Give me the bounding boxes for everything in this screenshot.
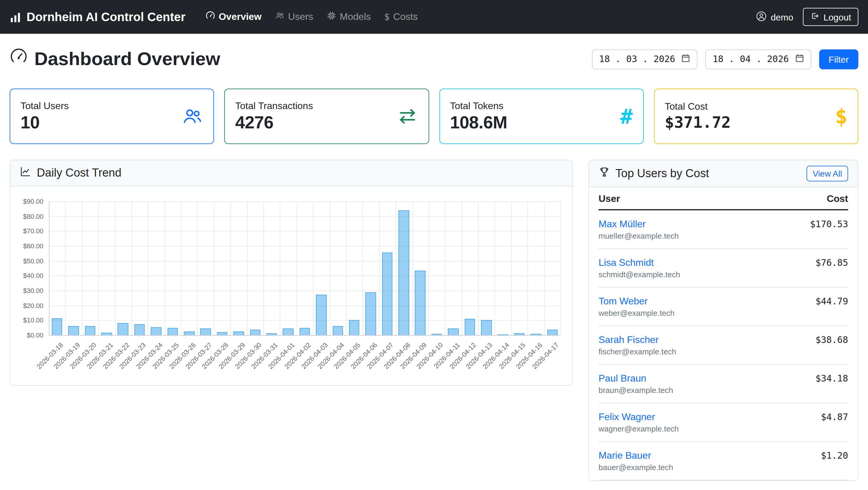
y-axis-label: $30.00 <box>10 286 43 295</box>
date-to-input[interactable]: 18 . 04 . 2026 <box>705 49 811 69</box>
gridline <box>247 201 247 335</box>
user-email: bauer@example.tech <box>598 462 673 472</box>
cost-bar <box>498 335 508 335</box>
gridline <box>214 201 215 335</box>
y-axis-label: $10.00 <box>10 316 43 325</box>
gridline <box>461 201 462 335</box>
gridline <box>544 201 545 335</box>
nav-item-overview[interactable]: Overview <box>198 6 268 28</box>
user-name-link[interactable]: Sarah Fischer <box>598 334 658 346</box>
cost-bar <box>448 329 458 335</box>
dollar-icon: $ <box>384 11 390 22</box>
gridline <box>363 201 363 335</box>
user-row: Lisa Schmidt schmidt@example.tech $76.85 <box>598 249 848 287</box>
cost-bar <box>52 318 62 335</box>
user-row: Paul Braun braun@example.tech $34.18 <box>598 365 848 403</box>
calendar-icon <box>795 53 804 65</box>
view-all-button[interactable]: View All <box>807 166 848 181</box>
page-title: Dashboard Overview <box>10 48 220 70</box>
cost-bar <box>68 326 79 335</box>
cost-bar <box>118 323 128 335</box>
user-name-link[interactable]: Marie Bauer <box>598 450 651 462</box>
y-axis-label: $70.00 <box>10 227 43 235</box>
filter-button[interactable]: Filter <box>819 49 858 69</box>
user-cost: $38.68 <box>815 334 848 346</box>
cost-bar <box>200 329 211 335</box>
table-header: User Cost <box>598 187 848 210</box>
gridline <box>49 276 561 276</box>
user-cost: $34.18 <box>815 372 848 385</box>
cost-bar <box>398 210 409 335</box>
user-name-link[interactable]: Paul Braun <box>598 372 646 385</box>
nav-item-models[interactable]: Models <box>320 6 377 28</box>
user-name-link[interactable]: Max Müller <box>598 218 646 230</box>
chart-card-title: Daily Cost Trend <box>20 166 121 180</box>
username-label: demo <box>771 12 793 22</box>
user-email: weber@example.tech <box>598 308 675 318</box>
cost-bar <box>366 292 376 335</box>
gridline <box>49 201 50 335</box>
gridline <box>379 201 379 335</box>
cost-bar <box>464 319 475 335</box>
user-row: Sarah Fischer fischer@example.tech $38.6… <box>598 326 848 365</box>
gridline <box>511 201 512 335</box>
gridline <box>49 231 561 232</box>
cost-bar <box>547 330 558 335</box>
gridline <box>264 201 264 335</box>
user-name-link[interactable]: Felix Wagner <box>598 411 655 423</box>
cost-bar <box>333 326 343 335</box>
gridline <box>65 201 66 335</box>
daily-cost-trend-card: Daily Cost Trend $0.00$10.00$20.00$30.00… <box>10 160 572 386</box>
main-nav: Overview Users <box>198 6 424 28</box>
nav-item-users[interactable]: Users <box>268 6 320 28</box>
gridline <box>280 201 281 335</box>
gridline <box>49 216 561 217</box>
stats-row: Total Users 10 Total Transactions 4276 <box>10 89 858 144</box>
gridline <box>49 335 561 336</box>
top-users-title: Top Users by Cost <box>598 166 709 181</box>
navbar: Dornheim AI Control Center Overview <box>0 0 868 34</box>
stat-card-total-tokens: Total Tokens 108.6M # <box>439 89 644 144</box>
cpu-icon <box>327 11 336 23</box>
user-cost: $4.87 <box>821 411 848 423</box>
y-axis-label: $40.00 <box>10 272 43 280</box>
user-menu[interactable]: demo <box>755 10 793 23</box>
cost-bar <box>134 324 145 335</box>
gridline <box>197 201 198 335</box>
user-email: fischer@example.tech <box>598 346 676 357</box>
logout-button[interactable]: Logout <box>803 8 858 26</box>
people-icon <box>182 105 204 127</box>
cost-bar <box>382 252 393 335</box>
cost-bar <box>530 334 541 335</box>
cost-bar <box>167 328 178 335</box>
dollar-icon: $ <box>835 106 847 127</box>
nav-item-costs[interactable]: $ Costs <box>377 7 424 27</box>
cost-bar <box>415 271 426 335</box>
cost-bar <box>184 331 194 335</box>
user-email: braun@example.tech <box>598 385 673 395</box>
user-row: Tom Weber weber@example.tech $44.79 <box>598 287 848 326</box>
column-cost: Cost <box>827 193 848 204</box>
y-axis-label: $60.00 <box>10 242 43 250</box>
cost-bar <box>85 326 95 335</box>
user-name-link[interactable]: Tom Weber <box>598 295 648 307</box>
user-row: Max Müller mueller@example.tech $170.53 <box>598 210 848 249</box>
gridline <box>412 201 412 335</box>
y-axis-label: $0.00 <box>10 331 43 339</box>
gridline <box>297 201 297 335</box>
speedometer-icon <box>205 11 215 23</box>
user-email: wagner@example.tech <box>598 424 679 434</box>
cost-bar <box>250 330 260 335</box>
gridline <box>396 201 396 335</box>
top-users-table: User Cost Max Müller mueller@example.tec… <box>589 187 858 480</box>
gridline <box>148 201 149 335</box>
gridline <box>181 201 181 335</box>
date-from-input[interactable]: 18 . 03 . 2026 <box>592 49 698 69</box>
cost-bar <box>481 320 492 335</box>
gridline <box>49 261 561 261</box>
line-chart-icon <box>20 166 31 180</box>
user-name-link[interactable]: Lisa Schmidt <box>598 257 654 269</box>
y-axis-label: $20.00 <box>10 301 43 309</box>
user-cost: $1.20 <box>821 450 848 462</box>
logout-icon <box>810 11 819 22</box>
